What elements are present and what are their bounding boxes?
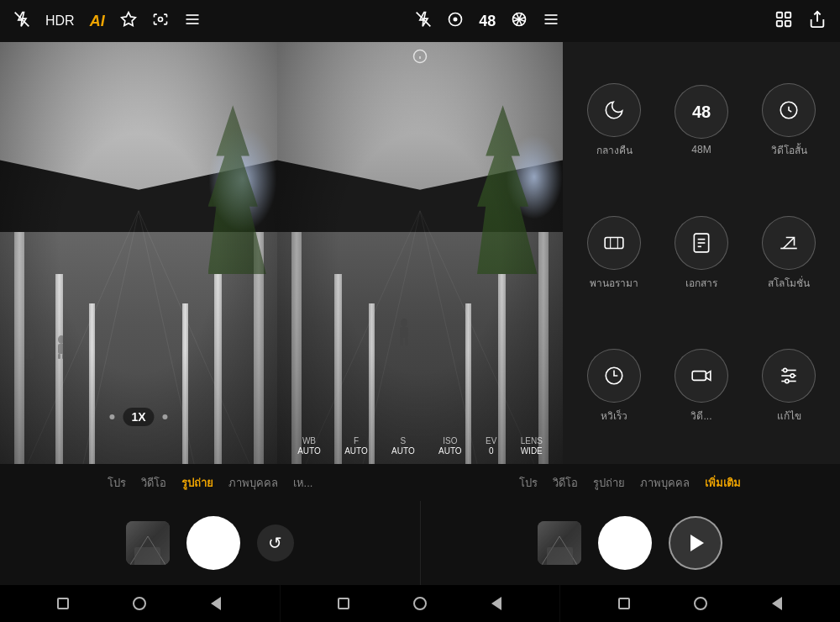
mode-adjust[interactable]: แก้ไข: [750, 324, 827, 447]
param-lens[interactable]: LENS WIDE: [521, 436, 543, 456]
video-icon: [690, 535, 704, 551]
param-f-value: AUTO: [344, 446, 368, 456]
zoom-badge[interactable]: 1X: [123, 408, 154, 426]
timer-icon[interactable]: [447, 11, 464, 32]
camera-params-bar: WB AUTO F AUTO S AUTO ISO AUTO EV 0 LENS…: [277, 436, 563, 456]
hdr-label[interactable]: HDR: [45, 13, 75, 29]
mode-panorama[interactable]: พานอรามา: [575, 192, 653, 314]
mode-night[interactable]: กลางคืน: [575, 59, 653, 182]
sys-square-btn-center[interactable]: [335, 595, 352, 612]
vignette-center: [277, 42, 563, 464]
nav-right-photo[interactable]: รูปถ่าย: [593, 474, 625, 492]
mode-night-circle: [587, 83, 641, 137]
mode-document[interactable]: เอกสาร: [663, 192, 740, 314]
nav-left-photo[interactable]: รูปถ่าย: [181, 474, 213, 492]
mode-document-circle: [675, 216, 728, 270]
thumbnail-right[interactable]: [538, 521, 581, 565]
sys-nav-right: [560, 585, 840, 622]
sys-back-btn-left[interactable]: [207, 595, 224, 612]
param-ev[interactable]: EV 0: [486, 436, 496, 456]
menu-icon[interactable]: [184, 11, 201, 32]
sys-back-btn-right[interactable]: [769, 595, 785, 612]
thumb-scene-right: [538, 521, 581, 565]
nav-right-pro[interactable]: โปร: [519, 474, 538, 492]
sys-home-btn-center[interactable]: [412, 595, 428, 612]
sys-nav-left: [0, 585, 281, 622]
nav-right-more[interactable]: เพิ่มเติม: [705, 474, 741, 492]
mode-timelapse[interactable]: หวิเร็ว: [575, 324, 653, 447]
ai-label[interactable]: AI: [90, 13, 105, 30]
svg-rect-60: [692, 371, 706, 380]
svg-line-57: [784, 237, 795, 248]
mode-slowmo[interactable]: สโลโมชั่น: [750, 192, 827, 314]
sys-home-btn-right[interactable]: [692, 595, 709, 612]
param-s-label: S: [401, 436, 407, 445]
nav-left-video[interactable]: วิดีโอ: [141, 474, 166, 492]
param-iso[interactable]: ISO AUTO: [438, 436, 462, 456]
vignette-left: [0, 42, 277, 464]
top-bar-right-controls: [774, 10, 827, 33]
mode-night-label: กลางคืน: [596, 142, 633, 158]
focus-icon[interactable]: [152, 11, 169, 32]
shutter-button-right[interactable]: [598, 516, 652, 570]
param-iso-value: AUTO: [438, 446, 462, 456]
zoom-indicator-left: 1X: [109, 408, 167, 426]
camera-view-left[interactable]: 1X: [0, 42, 277, 464]
svg-point-8: [454, 18, 457, 20]
param-iso-label: ISO: [443, 436, 457, 445]
nav-right-video[interactable]: วิดีโอ: [553, 474, 578, 492]
bottom-nav: โปร วิดีโอ รูปถ่าย ภาพบุคคล เห... โปร วิ…: [0, 464, 840, 501]
sys-circle-icon-left: [133, 597, 146, 610]
mode-grid: กลางคืน 48 48M วิดีโอสั้น: [575, 59, 827, 447]
sys-square-icon-left: [57, 598, 69, 609]
main-content: 1X: [0, 42, 840, 464]
svg-point-2: [158, 17, 162, 21]
top-bar: HDR AI: [0, 0, 840, 42]
mode-48m-label: 48M: [691, 144, 711, 156]
top-bar-center-controls: 48: [415, 11, 559, 32]
shutter-button-left[interactable]: [186, 516, 240, 570]
param-f-label: F: [354, 436, 359, 445]
share-icon[interactable]: [808, 10, 827, 33]
camera-view-center[interactable]: WB AUTO F AUTO S AUTO ISO AUTO EV 0 LENS…: [277, 42, 563, 464]
param-f[interactable]: F AUTO: [344, 436, 368, 456]
bottom-nav-right: โปร วิดีโอ รูปถ่าย ภาพบุคคล เพิ่มเติม: [420, 464, 840, 501]
svg-rect-50: [605, 237, 623, 248]
aperture-icon[interactable]: [511, 11, 528, 32]
param-wb[interactable]: WB AUTO: [297, 436, 321, 456]
svg-line-70: [542, 536, 559, 565]
thumb-scene-left: [126, 521, 170, 565]
zoom-dot-2: [163, 414, 168, 419]
star-icon[interactable]: [120, 11, 137, 32]
mode-48m[interactable]: 48 48M: [663, 59, 740, 182]
sys-square-btn-right[interactable]: [616, 595, 633, 612]
param-wb-value: AUTO: [297, 446, 321, 456]
system-navigation: [0, 585, 840, 622]
megapixel-value[interactable]: 48: [479, 13, 496, 30]
mode-adjust-circle: [762, 349, 816, 403]
param-s[interactable]: S AUTO: [391, 436, 415, 456]
camera-info-icon[interactable]: [412, 49, 428, 66]
svg-rect-23: [777, 20, 782, 25]
flash-off-2-icon[interactable]: [415, 11, 432, 32]
flip-button-left[interactable]: ↺: [257, 524, 294, 561]
grid-icon[interactable]: [774, 10, 793, 33]
param-ev-value: 0: [489, 446, 494, 456]
camera-controls: ↺: [0, 501, 840, 585]
mode-short-video[interactable]: วิดีโอสั้น: [750, 59, 827, 182]
nav-right-portrait[interactable]: ภาพบุคคล: [640, 474, 690, 492]
menu-2-icon[interactable]: [543, 11, 559, 32]
thumbnail-left[interactable]: [126, 521, 170, 565]
mode-vlog[interactable]: วิดี...: [663, 324, 740, 447]
nav-left-more[interactable]: เห...: [293, 474, 313, 492]
svg-line-69: [148, 536, 165, 565]
sys-home-btn-left[interactable]: [131, 595, 148, 612]
video-record-button[interactable]: [669, 516, 722, 570]
zoom-dot-1: [109, 414, 114, 419]
nav-left-pro[interactable]: โปร: [108, 474, 126, 492]
nav-left-portrait[interactable]: ภาพบุคคล: [228, 474, 278, 492]
mode-timelapse-label: หวิเร็ว: [601, 408, 627, 424]
flash-off-icon[interactable]: [13, 11, 30, 32]
sys-square-btn-left[interactable]: [55, 595, 71, 612]
sys-back-btn-center[interactable]: [488, 595, 505, 612]
